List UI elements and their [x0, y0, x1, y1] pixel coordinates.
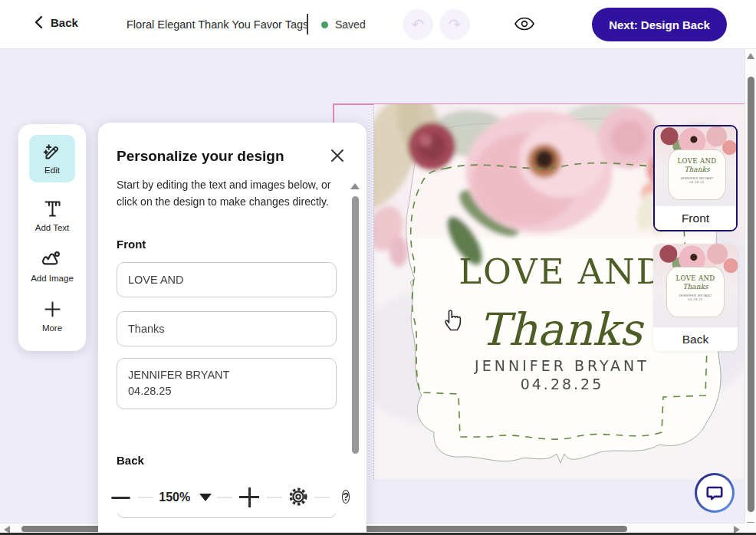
mini-tag-front: LOVE AND Thanks JENNIFER BRYANT 04.28.25: [668, 149, 726, 200]
chevron-down-icon: [199, 494, 212, 501]
chat-support-button[interactable]: [695, 473, 735, 513]
mini-tag-back: LOVE AND Thanks JENNIFER BRYANT 04.28.25: [666, 267, 725, 317]
front-text-field-1[interactable]: [117, 262, 337, 297]
design-text-line3: JENNIFER BRYANT: [474, 357, 649, 374]
back-section-label: Back: [117, 454, 336, 467]
undo-button[interactable]: ↶: [403, 9, 433, 40]
mini-text-line4: 04.28.25: [669, 180, 725, 184]
thumbnail-back-image: LOVE AND Thanks JENNIFER BRYANT 04.28.25: [653, 244, 738, 328]
plus-icon: [42, 299, 63, 320]
personalize-panel: Personalize your design Start by editing…: [98, 123, 366, 533]
mini-text-line2: Thanks: [667, 283, 724, 290]
zoom-in-button[interactable]: [238, 486, 261, 509]
mini-text-line4: 04.28.25: [667, 297, 724, 301]
sidebar-item-add-text[interactable]: Add Text: [18, 199, 86, 232]
zoom-level-value: 150%: [159, 491, 190, 504]
sidebar-item-label: Add Text: [35, 223, 70, 232]
scrollbar-corner: [744, 523, 756, 533]
front-text-field-3[interactable]: JENNIFER BRYANT 04.28.25: [117, 358, 337, 409]
document-title: Floral Elegant Thank You Favor Tags: [127, 18, 308, 31]
thumbnail-back[interactable]: LOVE AND Thanks JENNIFER BRYANT 04.28.25…: [653, 244, 738, 351]
preview-eye-icon[interactable]: [513, 16, 536, 33]
settings-gear-icon[interactable]: [288, 487, 309, 508]
vertical-scrollbar-thumb[interactable]: [748, 77, 754, 512]
help-button[interactable]: ?: [335, 487, 357, 508]
mini-text-line2: Thanks: [669, 166, 725, 173]
sidebar-item-more[interactable]: More: [18, 299, 86, 333]
question-mark-icon: ?: [342, 490, 350, 504]
toolbar-separator: [314, 497, 330, 498]
toolbar-separator: [267, 497, 282, 498]
front-section-label: Front: [117, 238, 336, 251]
panel-scrollbar-thumb[interactable]: [352, 196, 359, 454]
chat-bubble-icon: [697, 475, 732, 510]
front-text-field-2[interactable]: [117, 311, 337, 346]
text-icon: [42, 199, 63, 219]
sidebar-item-label: More: [42, 323, 62, 333]
header-divider: [307, 14, 308, 34]
panel-title: Personalize your design: [117, 148, 284, 165]
saved-dot-icon: [321, 21, 328, 28]
thumbnail-front-image: LOVE AND Thanks JENNIFER BRYANT 04.28.25: [655, 126, 736, 208]
design-text-line2: Thanks: [479, 304, 645, 356]
thumbnail-back-label: Back: [653, 327, 738, 351]
edit-active-tile: Edit: [29, 135, 75, 182]
vertical-scrollbar[interactable]: [744, 49, 756, 533]
scroll-up-arrow[interactable]: [747, 53, 754, 59]
toolbar-separator: [138, 497, 153, 498]
zoom-toolbar: 150% ?: [100, 481, 366, 514]
top-bar: Back Floral Elegant Thank You Favor Tags…: [0, 0, 756, 49]
edit-pencil-sparkle-icon: [42, 143, 62, 162]
zoom-level-dropdown[interactable]: 150%: [159, 491, 212, 504]
design-text-line4: 04.28.25: [521, 376, 604, 392]
sidebar-item-edit[interactable]: Edit: [18, 135, 86, 182]
left-tool-rail: Edit Add Text Add Image More: [18, 124, 86, 351]
thumbnail-front[interactable]: LOVE AND Thanks JENNIFER BRYANT 04.28.25…: [653, 125, 738, 231]
thumbnail-front-label: Front: [655, 206, 736, 230]
saved-label: Saved: [335, 18, 366, 31]
close-icon[interactable]: [328, 147, 347, 166]
back-label: Back: [51, 16, 78, 29]
mini-text-line1: LOVE AND: [667, 274, 724, 282]
chevron-left-icon: [34, 15, 43, 29]
design-text-line1: LOVE AND: [459, 251, 666, 292]
sidebar-item-label: Add Image: [31, 274, 74, 283]
panel-description: Start by editing the text and images bel…: [117, 176, 340, 210]
panel-scroll-up-arrow[interactable]: [350, 182, 360, 190]
toolbar-separator: [217, 497, 232, 498]
next-design-back-button[interactable]: Next: Design Back: [592, 8, 727, 41]
save-status: Saved: [321, 18, 366, 31]
sidebar-item-add-image[interactable]: Add Image: [18, 248, 86, 283]
image-icon: [41, 248, 63, 270]
zoom-out-button[interactable]: [110, 487, 133, 507]
hand-cursor-icon: [443, 305, 466, 335]
sidebar-item-label: Edit: [44, 166, 60, 175]
app-window: LOVE AND Thanks JENNIFER BRYANT 04.28.25…: [0, 0, 756, 535]
back-button[interactable]: Back: [34, 15, 78, 29]
mini-text-line1: LOVE AND: [669, 157, 725, 165]
redo-button[interactable]: ↷: [439, 9, 470, 40]
